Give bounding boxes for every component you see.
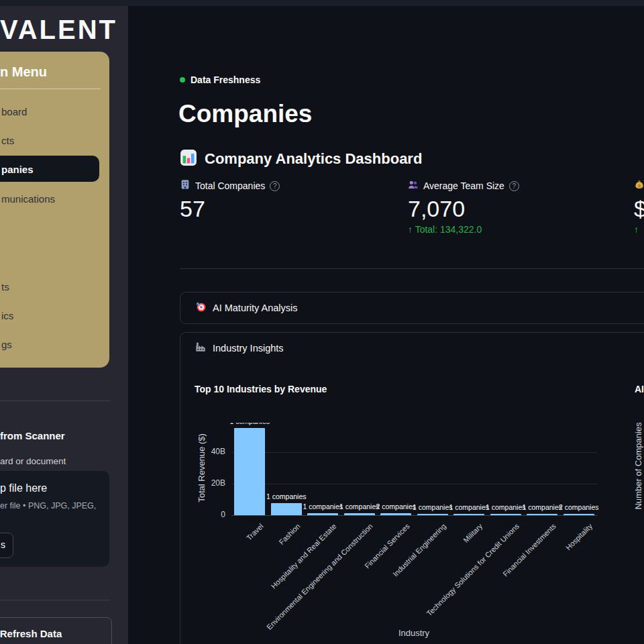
help-icon[interactable]: ?: [270, 181, 280, 191]
bar-military: [453, 514, 484, 515]
bar-chart-plot-area: 1 companiesTravel1 companiesFashion1 com…: [228, 423, 604, 644]
right-chart-y-axis-title: Number of Companies: [633, 416, 643, 517]
dropzone-hint: er file • PNG, JPG, JPEG,: [0, 501, 96, 511]
expander-ai-maturity[interactable]: AI Maturity Analysis: [180, 292, 644, 324]
refresh-data-button[interactable]: Refresh Data: [0, 617, 112, 644]
x-tick-label: Hospitality: [564, 522, 594, 551]
gridline: [231, 452, 597, 453]
metric-delta: ↑ Total: 134,322.0: [408, 224, 562, 235]
sidebar-item-munications[interactable]: munications: [1, 193, 55, 206]
money-bag-icon: $: [634, 179, 644, 193]
help-icon[interactable]: ?: [509, 181, 519, 191]
metric-2: Average Team Size?7,070↑ Total: 134,322.…: [408, 180, 562, 235]
y-axis-title: Total Revenue ($): [197, 421, 207, 515]
bar-financial-investments: [527, 514, 557, 515]
bar-technology-solutions-for-credit-unions: [490, 514, 521, 515]
sidebar-item-panies[interactable]: panies: [1, 163, 34, 176]
metric-label: Total Companies: [195, 180, 265, 191]
metric-3: $$↑: [634, 180, 644, 235]
bar-value-label: 1 companies: [228, 423, 280, 425]
app-window: VALENT n Menu boardctspaniesmunicationst…: [0, 0, 644, 644]
building-icon: [180, 179, 191, 193]
factory-icon: [195, 341, 206, 355]
bar-industrial-engineering: [417, 514, 448, 515]
sidebar-item-ts[interactable]: ts: [1, 280, 9, 294]
file-dropzone[interactable]: p file here er file • PNG, JPG, JPEG, s: [0, 471, 109, 567]
sidebar-item-ics[interactable]: ics: [1, 309, 13, 323]
bar-hospitality: [564, 514, 594, 515]
nav-menu-header: n Menu: [0, 64, 47, 80]
people-icon: [408, 179, 419, 193]
sidebar-item-gs[interactable]: gs: [1, 338, 12, 352]
metric-value: 7,070: [408, 195, 562, 222]
scanner-section-heading: from Scanner: [0, 430, 65, 441]
browse-files-label: s: [1, 539, 5, 550]
metric-value: $: [634, 195, 644, 222]
sidebar-item-board[interactable]: board: [1, 105, 27, 119]
status-dot-icon: [180, 77, 185, 83]
metric-label-row: Total Companies?: [180, 180, 334, 192]
window-top-strip: [0, 0, 644, 6]
metric-delta: ↑: [634, 224, 644, 235]
content-divider: [180, 268, 644, 269]
bar-hospitality-and-real-estate: [307, 513, 338, 515]
metric-label-row: $: [634, 180, 644, 192]
sidebar: VALENT n Menu boardctspaniesmunicationst…: [0, 0, 128, 644]
x-axis-title: Industry: [367, 628, 461, 638]
y-tick-label: 0: [199, 510, 225, 519]
data-freshness-status[interactable]: Data Freshness: [180, 74, 260, 85]
browse-files-button[interactable]: s: [0, 533, 13, 558]
page-title: Companies: [178, 100, 312, 128]
x-tick-label: Travel: [245, 522, 265, 542]
sidebar-item-cts[interactable]: cts: [1, 134, 14, 148]
x-tick-label: Military: [462, 522, 484, 544]
chart-title: Top 10 Industries by Revenue: [195, 384, 327, 394]
bar-value-label: 2 companies: [549, 503, 604, 511]
x-axis-line: [231, 515, 597, 516]
gridline: [231, 484, 597, 484]
sidebar-divider: [0, 400, 110, 401]
target-icon: [195, 301, 206, 315]
expander-ai-maturity-label: AI Maturity Analysis: [213, 303, 298, 313]
nav-menu-card: n Menu boardctspaniesmunicationstsicsgs: [0, 52, 109, 368]
scanner-section-subheading: ard or document: [0, 456, 66, 466]
dropzone-title: p file here: [0, 482, 47, 494]
bar-financial-services: [380, 513, 411, 515]
right-chart-title-fragment: AI: [635, 384, 644, 394]
section-title: Company Analytics Dashboard: [205, 150, 422, 168]
nav-menu-divider: [0, 89, 101, 89]
y-tick-label: 40B: [199, 447, 225, 456]
x-tick-label: Fashion: [277, 522, 301, 546]
metric-value: 57: [180, 195, 334, 222]
expander-industry-insights-label: Industry Insights: [213, 343, 284, 354]
refresh-data-label: Refresh Data: [0, 628, 62, 639]
bar-chart-emoji-icon: [180, 149, 197, 169]
section-title-row: Company Analytics Dashboard: [180, 149, 422, 169]
bar-environmental-engineering-and-construction: [344, 513, 375, 515]
y-tick-label: 20B: [199, 478, 225, 488]
x-tick-label: Hospitality and Real Estate: [270, 522, 338, 590]
metric-label-row: Average Team Size?: [408, 180, 562, 192]
app-logo: VALENT: [0, 15, 117, 45]
bar-travel: [234, 428, 265, 515]
metric-label: Average Team Size: [423, 180, 504, 191]
status-label: Data Freshness: [191, 74, 260, 85]
bar-value-label: 1 companies: [256, 492, 317, 500]
sidebar-divider-2: [0, 600, 110, 600]
metric-1: Total Companies?57: [180, 180, 334, 222]
